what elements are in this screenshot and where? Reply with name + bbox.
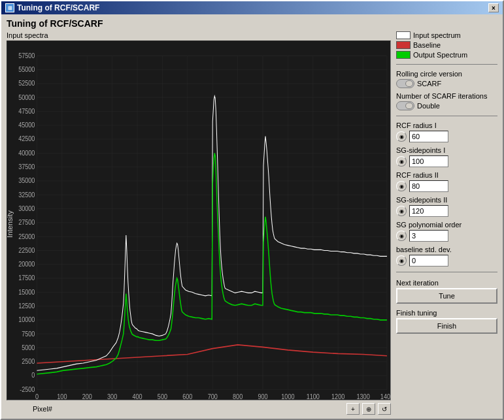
scarf-iterations-group: Number of SCARF iterations Double xyxy=(396,92,497,110)
rcf-radius-ii-group: RCF radius II ◉ xyxy=(396,171,497,192)
sg-sidepoints-i-label: SG-sidepoints I xyxy=(396,146,497,154)
legend-swatch-input xyxy=(396,31,411,39)
svg-text:700: 700 xyxy=(208,393,218,400)
zoom-button[interactable]: + xyxy=(346,403,360,415)
svg-text:1000: 1000 xyxy=(281,393,294,400)
rolling-circle-label: Rolling circle version xyxy=(396,70,497,78)
svg-text:10000: 10000 xyxy=(18,316,35,324)
sg-poly-order-input[interactable] xyxy=(409,230,448,242)
rcf-radius-ii-input[interactable] xyxy=(409,180,448,192)
sg-poly-order-label: SG polynomial order xyxy=(396,221,497,229)
rcf-radius-i-input[interactable] xyxy=(409,131,448,142)
next-iteration-header: Next iteration xyxy=(396,279,497,287)
svg-text:50000: 50000 xyxy=(18,93,35,101)
svg-text:1100: 1100 xyxy=(307,393,320,400)
svg-text:7500: 7500 xyxy=(22,330,35,338)
rcf-radius-ii-spinner[interactable]: ◉ xyxy=(396,181,407,191)
svg-text:40000: 40000 xyxy=(18,149,35,157)
rolling-circle-row: SCARF xyxy=(396,79,497,88)
svg-text:200: 200 xyxy=(82,393,92,400)
svg-text:0: 0 xyxy=(35,393,39,400)
pan-button[interactable]: ⊕ xyxy=(362,403,375,415)
scarf-iterations-label: Number of SCARF iterations xyxy=(396,92,497,100)
legend-group: Input spectrum Baseline Output Spectrum xyxy=(396,31,497,59)
rcf-radius-i-spinner[interactable]: ◉ xyxy=(396,131,407,142)
chart-label: Input spectra xyxy=(7,31,391,39)
scarf-iterations-toggle[interactable] xyxy=(396,101,414,110)
main-window: ⊞ Tuning of RCF/SCARF × Tuning of RCF/SC… xyxy=(0,0,504,420)
svg-text:15000: 15000 xyxy=(18,288,35,296)
rcf-radius-i-row: ◉ xyxy=(396,131,497,142)
finish-tuning-header: Finish tuning xyxy=(396,309,497,317)
svg-rect-0 xyxy=(7,41,390,400)
reset-button[interactable]: ↺ xyxy=(378,403,391,415)
svg-text:37500: 37500 xyxy=(18,163,35,171)
svg-text:900: 900 xyxy=(258,393,267,400)
window-content: Tuning of RCF/SCARF Input spectra xyxy=(1,14,503,419)
svg-text:1200: 1200 xyxy=(331,393,344,400)
svg-text:-2500: -2500 xyxy=(20,385,35,393)
legend-item-output: Output Spectrum xyxy=(396,51,497,59)
sg-sidepoints-i-spinner[interactable]: ◉ xyxy=(396,156,407,167)
svg-text:1400: 1400 xyxy=(380,393,390,400)
legend-label-output: Output Spectrum xyxy=(413,51,467,59)
svg-text:0: 0 xyxy=(31,372,35,380)
rcf-radius-i-label: RCF radius I xyxy=(396,121,497,129)
svg-text:27500: 27500 xyxy=(18,219,35,227)
legend-swatch-baseline xyxy=(396,41,411,49)
svg-text:12500: 12500 xyxy=(18,302,35,310)
chart-area: Input spectra xyxy=(7,31,391,415)
rcf-radius-ii-row: ◉ xyxy=(396,180,497,192)
rolling-circle-toggle[interactable] xyxy=(396,79,414,88)
sg-sidepoints-ii-spinner[interactable]: ◉ xyxy=(396,206,407,216)
chart-container[interactable]: -2500 0 2500 5000 7500 10000 12500 15000… xyxy=(7,40,391,400)
page-title: Tuning of RCF/SCARF xyxy=(7,18,497,29)
divider-3 xyxy=(396,272,497,272)
sg-sidepoints-ii-group: SG-sidepoints II ◉ xyxy=(396,196,497,217)
svg-text:300: 300 xyxy=(107,393,117,400)
legend-label-baseline: Baseline xyxy=(413,41,441,49)
sg-poly-order-row: ◉ xyxy=(396,230,497,242)
svg-text:1300: 1300 xyxy=(356,393,369,400)
close-button[interactable]: × xyxy=(488,3,499,12)
baseline-std-dev-label: baseline std. dev. xyxy=(396,246,497,253)
svg-text:Intensity: Intensity xyxy=(7,210,14,238)
next-iteration-group: Next iteration Tune xyxy=(396,278,497,304)
svg-text:52500: 52500 xyxy=(18,80,35,88)
title-bar-left: ⊞ Tuning of RCF/SCARF xyxy=(5,3,99,12)
sg-sidepoints-i-row: ◉ xyxy=(396,155,497,167)
scarf-iterations-value: Double xyxy=(417,102,440,110)
baseline-std-dev-spinner[interactable]: ◉ xyxy=(396,255,407,266)
baseline-std-dev-input[interactable] xyxy=(409,255,448,267)
divider-1 xyxy=(396,64,497,65)
svg-text:57500: 57500 xyxy=(18,52,35,59)
sg-sidepoints-ii-input[interactable] xyxy=(409,205,448,217)
chart-bottom-controls: + ⊕ ↺ xyxy=(346,403,391,415)
chart-svg: -2500 0 2500 5000 7500 10000 12500 15000… xyxy=(7,41,390,400)
svg-text:25000: 25000 xyxy=(18,233,35,240)
rcf-radius-i-group: RCF radius I ◉ xyxy=(396,121,497,142)
window-title: Tuning of RCF/SCARF xyxy=(17,3,99,12)
legend-label-input: Input spectrum xyxy=(413,31,461,39)
toggle-knob-2 xyxy=(405,103,413,109)
svg-text:35000: 35000 xyxy=(18,177,35,185)
svg-text:20000: 20000 xyxy=(18,261,35,268)
sg-sidepoints-i-input[interactable] xyxy=(409,155,448,167)
divider-2 xyxy=(396,116,497,116)
svg-text:17500: 17500 xyxy=(18,274,35,282)
rcf-radius-ii-label: RCF radius II xyxy=(396,171,497,179)
main-area: Input spectra xyxy=(7,31,497,415)
sg-sidepoints-ii-row: ◉ xyxy=(396,205,497,217)
legend-item-baseline: Baseline xyxy=(396,41,497,49)
svg-text:800: 800 xyxy=(233,393,243,400)
finish-button[interactable]: Finish xyxy=(396,318,497,334)
sg-poly-order-spinner[interactable]: ◉ xyxy=(396,231,407,241)
legend-swatch-output xyxy=(396,51,411,59)
tune-button[interactable]: Tune xyxy=(396,288,497,304)
baseline-std-dev-group: baseline std. dev. ◉ xyxy=(396,246,497,267)
svg-text:22500: 22500 xyxy=(18,246,35,254)
baseline-std-dev-row: ◉ xyxy=(396,255,497,267)
scarf-iterations-row: Double xyxy=(396,101,497,110)
finish-tuning-group: Finish tuning Finish xyxy=(396,308,497,334)
x-axis-label: Pixel# xyxy=(33,405,52,413)
